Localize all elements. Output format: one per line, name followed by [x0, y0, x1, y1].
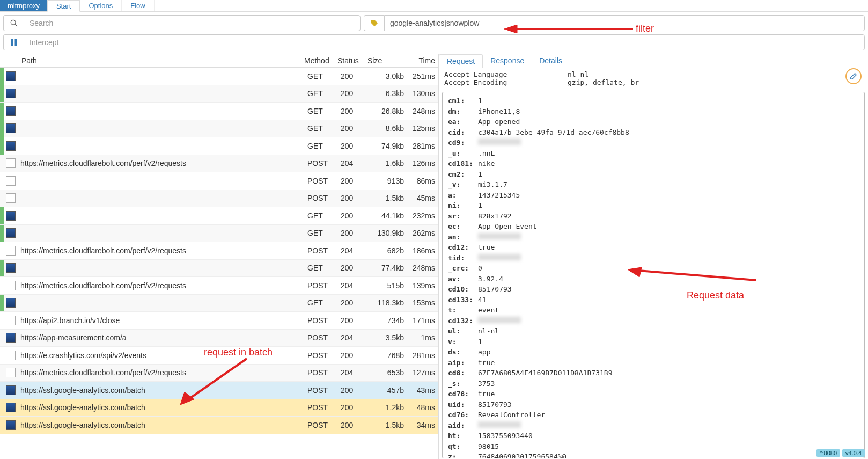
- flow-row[interactable]: https://metrics.cloudflarebolt.com/perf/…: [0, 155, 438, 173]
- row-status: 200: [341, 386, 371, 395]
- row-size: 6.3kb: [371, 89, 408, 98]
- row-time: 126ms: [408, 159, 438, 167]
- body-kv-row: sr:828x1792: [448, 211, 859, 222]
- body-kv-row: _u:.nnL: [448, 148, 859, 159]
- col-path[interactable]: Path: [9, 56, 304, 65]
- flow-row[interactable]: GET2006.3kb130ms: [0, 85, 438, 103]
- tab-request[interactable]: Request: [439, 54, 483, 68]
- row-size: 118.3kb: [371, 298, 408, 307]
- body-kv-row: ht:1583755093440: [448, 431, 859, 441]
- row-status: 200: [341, 194, 371, 202]
- body-kv-row: cd78:true: [448, 389, 859, 399]
- row-method: GET: [307, 298, 341, 307]
- row-status: 200: [341, 124, 371, 133]
- row-status: 204: [341, 159, 371, 167]
- row-status: 204: [341, 246, 371, 255]
- row-path: https://app-measurement.com/a: [17, 333, 307, 342]
- flow-row[interactable]: POST2001.5kb45ms: [0, 190, 438, 208]
- flow-row[interactable]: https://ssl.google-analytics.com/batchPO…: [0, 417, 438, 434]
- filter-bar: [0, 12, 868, 34]
- row-method: POST: [307, 403, 341, 412]
- flow-row[interactable]: GET200118.3kb153ms: [0, 295, 438, 312]
- request-body: cm1:1dm:iPhone11,8ea:App openedcid:c304a…: [442, 92, 865, 458]
- row-size: 653b: [371, 368, 408, 377]
- row-method: POST: [307, 316, 341, 325]
- flow-row[interactable]: https://e.crashlytics.com/spi/v2/eventsP…: [0, 347, 438, 365]
- row-status: 204: [341, 281, 371, 290]
- flow-row[interactable]: https://metrics.cloudflarebolt.com/perf/…: [0, 242, 438, 260]
- body-kv-row: cd9:: [448, 137, 859, 148]
- flow-row[interactable]: GET2008.6kb125ms: [0, 120, 438, 138]
- body-kv-row: ec:App Open Event: [448, 221, 859, 232]
- flow-row[interactable]: https://ssl.google-analytics.com/batchPO…: [0, 382, 438, 399]
- resource-icon: [4, 71, 17, 81]
- body-kv-row: _crc:0: [448, 263, 859, 274]
- tab-start[interactable]: Start: [47, 0, 80, 12]
- flow-row[interactable]: GET200130.9kb262ms: [0, 225, 438, 243]
- body-kv-row: cd10:85170793: [448, 284, 859, 295]
- row-path: https://ssl.google-analytics.com/batch: [17, 386, 307, 395]
- flow-row[interactable]: GET20077.4kb248ms: [0, 260, 438, 278]
- row-time: 171ms: [408, 316, 438, 325]
- resource-icon: [4, 316, 17, 325]
- flow-row[interactable]: GET20044.1kb232ms: [0, 207, 438, 225]
- row-time: 45ms: [408, 194, 438, 202]
- row-time: 251ms: [408, 72, 438, 81]
- body-kv-row: aip:true: [448, 358, 859, 368]
- footer-port: *:8080: [816, 449, 840, 457]
- tab-options[interactable]: Options: [80, 0, 122, 11]
- body-kv-row: qt:98015: [448, 441, 859, 452]
- flow-row[interactable]: https://metrics.cloudflarebolt.com/perf/…: [0, 365, 438, 382]
- row-size: 457b: [371, 386, 408, 395]
- filter-input[interactable]: [384, 15, 865, 31]
- row-size: 8.6kb: [371, 124, 408, 133]
- flow-list: Path Method Status Size Time GET2003.0kb…: [0, 54, 438, 459]
- flow-row[interactable]: GET2003.0kb251ms: [0, 68, 438, 85]
- flow-row[interactable]: GET20026.8kb248ms: [0, 103, 438, 120]
- row-time: 1ms: [408, 333, 438, 342]
- row-size: 734b: [371, 316, 408, 325]
- row-method: POST: [307, 386, 341, 395]
- col-status[interactable]: Status: [337, 56, 367, 65]
- search-input[interactable]: [24, 15, 361, 31]
- svg-line-1: [15, 24, 17, 26]
- col-size[interactable]: Size: [367, 56, 405, 65]
- flow-row[interactable]: https://app-measurement.com/aPOST2043.5k…: [0, 330, 438, 347]
- row-method: GET: [307, 212, 341, 220]
- row-method: GET: [307, 124, 341, 133]
- resource-icon: [4, 263, 17, 273]
- col-method[interactable]: Method: [304, 56, 337, 65]
- flow-row[interactable]: POST200913b86ms: [0, 172, 438, 190]
- flow-row[interactable]: https://ssl.google-analytics.com/batchPO…: [0, 399, 438, 417]
- flow-rows: GET2003.0kb251ms GET2006.3kb130ms GET200…: [0, 68, 438, 459]
- flow-row[interactable]: https://metrics.cloudflarebolt.com/perf/…: [0, 277, 438, 295]
- body-kv-row: ea:App opened: [448, 116, 859, 127]
- row-size: 1.2kb: [371, 403, 408, 412]
- body-kv-row: av:3.92.4: [448, 274, 859, 285]
- flow-row[interactable]: GET20074.9kb281ms: [0, 137, 438, 155]
- row-time: 139ms: [408, 281, 438, 290]
- main-pane: Path Method Status Size Time GET2003.0kb…: [0, 54, 868, 459]
- row-method: GET: [307, 72, 341, 81]
- row-size: 3.0kb: [371, 72, 408, 81]
- tab-details[interactable]: Details: [532, 54, 570, 68]
- intercept-input[interactable]: [24, 34, 865, 50]
- row-size: 515b: [371, 281, 408, 290]
- flow-row[interactable]: https://api2.branch.io/v1/closePOST20073…: [0, 312, 438, 330]
- body-kv-row: dm:iPhone11,8: [448, 106, 859, 117]
- row-size: 26.8kb: [371, 107, 408, 115]
- row-size: 74.9kb: [371, 142, 408, 150]
- row-size: 1.5kb: [371, 421, 408, 429]
- body-kv-row: cd133:41: [448, 295, 859, 305]
- edit-button[interactable]: [845, 68, 862, 84]
- row-method: GET: [307, 89, 341, 98]
- tab-flow[interactable]: Flow: [122, 0, 154, 11]
- body-kv-row: v:1: [448, 337, 859, 347]
- row-time: 43ms: [408, 386, 438, 395]
- tab-response[interactable]: Response: [483, 54, 532, 68]
- row-path: https://api2.branch.io/v1/close: [17, 316, 307, 325]
- body-kv-row: _s:3753: [448, 378, 859, 389]
- detail-pane: Request Response Details Accept-Language…: [438, 54, 868, 459]
- col-time[interactable]: Time: [405, 56, 438, 65]
- row-path: https://metrics.cloudflarebolt.com/perf/…: [17, 159, 307, 167]
